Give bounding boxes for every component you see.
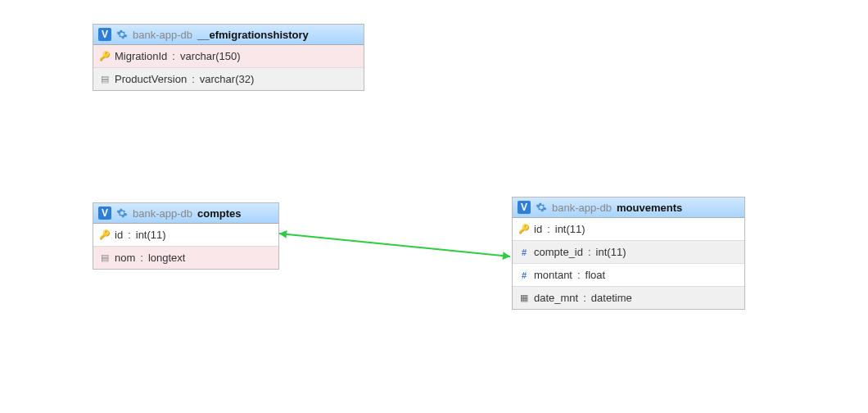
date-icon: ▦ [519, 293, 529, 303]
relation-comptes-mouvements [279, 230, 510, 260]
table-header[interactable]: V bank-app-db comptes [93, 203, 278, 224]
db-label: bank-app-db [133, 29, 192, 41]
column-row[interactable]: ▤ ProductVersion : varchar(32) [93, 68, 364, 90]
column-name: id [534, 223, 542, 235]
column-row[interactable]: # compte_id : int(11) [513, 241, 744, 264]
gear-icon[interactable] [116, 207, 128, 219]
column-row[interactable]: ▦ date_mnt : datetime [513, 287, 744, 309]
key-icon: 🔑 [100, 230, 110, 240]
column-name: date_mnt [534, 292, 578, 304]
view-badge-icon: V [98, 206, 111, 220]
column-row[interactable]: # montant : float [513, 264, 744, 287]
relation-arrow-icon [503, 252, 510, 260]
table-mouvements[interactable]: V bank-app-db mouvements 🔑 id : int(11) … [512, 197, 745, 310]
relation-arrow-icon [279, 230, 287, 238]
db-label: bank-app-db [133, 207, 192, 220]
table-name: __efmigrationshistory [197, 29, 309, 41]
db-label: bank-app-db [552, 202, 612, 214]
column-row[interactable]: 🔑 MigrationId : varchar(150) [93, 45, 364, 68]
column-type: longtext [148, 252, 186, 264]
gear-icon[interactable] [116, 29, 128, 40]
column-row[interactable]: ▤ nom : longtext [93, 247, 278, 269]
column-name: montant [534, 269, 572, 281]
table-header[interactable]: V bank-app-db __efmigrationshistory [93, 25, 364, 45]
gear-icon[interactable] [536, 202, 547, 213]
schema-canvas: V bank-app-db __efmigrationshistory 🔑 Mi… [0, 0, 868, 413]
key-icon: 🔑 [519, 225, 529, 234]
column-name: id [115, 229, 123, 241]
table-efmigrationshistory[interactable]: V bank-app-db __efmigrationshistory 🔑 Mi… [93, 24, 364, 91]
view-badge-icon: V [98, 28, 111, 41]
column-type: int(11) [555, 223, 585, 235]
hash-icon: # [519, 247, 529, 257]
column-name: ProductVersion [115, 73, 187, 85]
column-type: varchar(150) [180, 50, 241, 62]
key-icon: 🔑 [100, 52, 110, 61]
table-name: comptes [197, 207, 241, 220]
column-type: int(11) [136, 229, 166, 241]
column-type: int(11) [596, 246, 626, 258]
text-icon: ▤ [100, 253, 110, 263]
column-row[interactable]: 🔑 id : int(11) [513, 218, 744, 241]
column-row[interactable]: 🔑 id : int(11) [93, 224, 278, 247]
column-name: MigrationId [115, 50, 167, 62]
column-name: nom [115, 252, 135, 264]
column-name: compte_id [534, 246, 583, 258]
table-name: mouvements [617, 202, 682, 214]
column-type: float [585, 269, 606, 281]
column-type: datetime [591, 292, 632, 304]
table-comptes[interactable]: V bank-app-db comptes 🔑 id : int(11) ▤ n… [93, 202, 279, 270]
view-badge-icon: V [518, 201, 531, 214]
hash-icon: # [519, 270, 529, 280]
relation-line [279, 234, 510, 256]
table-header[interactable]: V bank-app-db mouvements [513, 197, 744, 218]
column-type: varchar(32) [200, 73, 254, 85]
text-icon: ▤ [100, 75, 110, 84]
